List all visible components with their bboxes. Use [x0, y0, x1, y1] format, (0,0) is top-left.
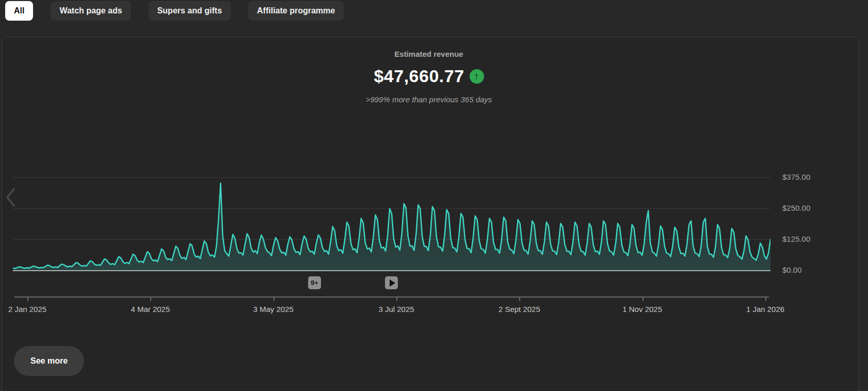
video-play-badge[interactable]	[385, 276, 398, 289]
x-axis-label: 4 Mar 2025	[109, 305, 191, 314]
x-axis-line	[14, 296, 769, 298]
metric-value: $47,660.77	[374, 66, 464, 86]
revenue-filter-chips: All Watch page ads Supers and gifts Affi…	[5, 1, 344, 21]
x-axis-tick	[642, 298, 644, 301]
video-count-label: 9+	[311, 279, 318, 287]
x-axis-label: 2 Sept 2025	[478, 305, 560, 314]
x-axis-tick	[396, 298, 397, 301]
x-axis-tick	[519, 298, 520, 301]
x-axis-label: 1 Nov 2025	[601, 305, 684, 314]
chart-area-fill	[13, 183, 770, 271]
chip-supers-and-gifts[interactable]: Supers and gifts	[149, 1, 231, 21]
see-more-button[interactable]: See more	[14, 346, 84, 376]
y-axis-label: $250.00	[782, 204, 844, 212]
y-axis-label: $0.00	[782, 265, 844, 274]
chip-watch-page-ads[interactable]: Watch page ads	[51, 1, 131, 21]
metric-value-row: $47,660.77 ↑	[0, 66, 858, 86]
x-axis-tick	[27, 298, 28, 301]
x-axis-tick	[765, 298, 766, 301]
x-axis-tick	[150, 298, 151, 301]
revenue-line-chart[interactable]	[13, 165, 770, 271]
metric-delta-text: >999% more than previous 365 days	[0, 95, 858, 104]
chip-all[interactable]: All	[5, 1, 33, 21]
x-axis-tick	[274, 298, 275, 301]
x-axis-label: 2 Jan 2025	[0, 305, 69, 314]
trend-up-icon: ↑	[470, 69, 484, 84]
metric-title: Estimated revenue	[0, 50, 858, 58]
x-axis-label: 1 Jan 2026	[724, 305, 807, 314]
play-icon	[390, 279, 395, 287]
y-axis-label: $125.00	[782, 234, 844, 243]
x-axis-label: 3 Jul 2025	[355, 305, 438, 314]
chip-affiliate-programme[interactable]: Affiliate programme	[248, 1, 344, 21]
x-axis-label: 3 May 2025	[232, 305, 315, 314]
video-count-badge[interactable]: 9+	[308, 276, 321, 289]
y-axis-label: $375.00	[782, 173, 844, 181]
